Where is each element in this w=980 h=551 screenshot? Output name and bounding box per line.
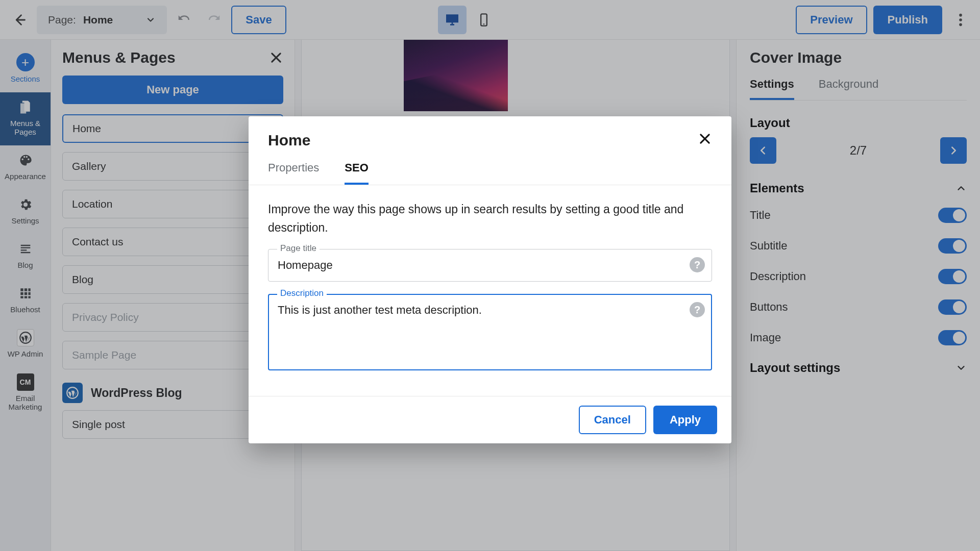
modal-tabs: Properties SEO (249, 149, 731, 185)
modal-close-button[interactable] (698, 132, 712, 146)
description-label: Description (277, 288, 327, 298)
page-title-input[interactable] (268, 249, 712, 282)
page-title-label: Page title (277, 243, 320, 254)
tab-label: Properties (268, 161, 319, 174)
modal-tab-properties[interactable]: Properties (268, 161, 319, 185)
page-settings-modal: Home Properties SEO Improve the way this… (249, 116, 731, 443)
apply-button-label: Apply (670, 413, 701, 427)
page-title-field: Page title ? (268, 249, 712, 282)
modal-title: Home (268, 132, 310, 149)
apply-button[interactable]: Apply (653, 406, 717, 434)
cancel-button[interactable]: Cancel (579, 406, 646, 434)
modal-scrim[interactable]: Home Properties SEO Improve the way this… (0, 0, 980, 551)
description-field: Description ? (268, 294, 712, 372)
modal-tab-seo[interactable]: SEO (345, 161, 368, 185)
cancel-button-label: Cancel (594, 413, 631, 427)
description-input[interactable] (268, 294, 712, 370)
seo-intro-text: Improve the way this page shows up in se… (268, 201, 712, 237)
close-icon (698, 132, 712, 146)
tab-label: SEO (345, 161, 368, 174)
